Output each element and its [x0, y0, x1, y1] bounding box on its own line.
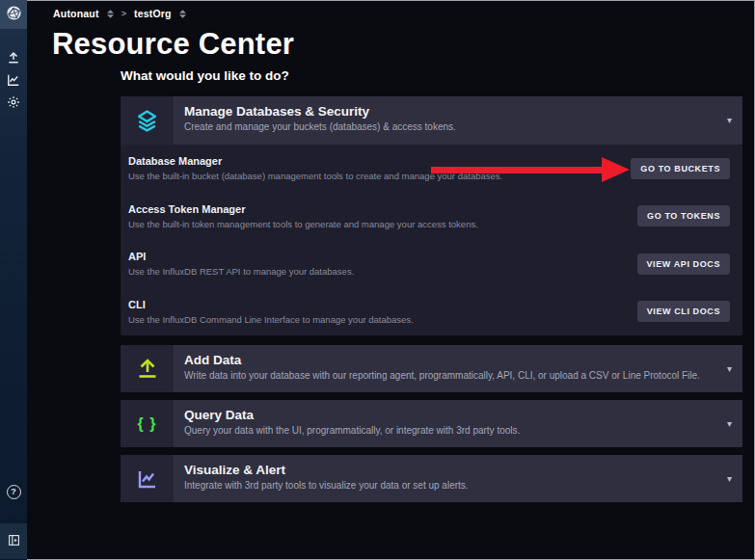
- card-visualize-alert-header[interactable]: Visualize & Alert Integrate with 3rd par…: [121, 455, 742, 502]
- row-title: CLI: [128, 299, 414, 310]
- go-to-tokens-button[interactable]: GO TO TOKENS: [637, 205, 730, 227]
- view-api-docs-button[interactable]: VIEW API DOCS: [637, 253, 730, 275]
- graph-icon: [7, 73, 20, 87]
- expand-sidebar-icon: [8, 533, 20, 550]
- org-switcher-icon[interactable]: [179, 10, 186, 18]
- card-query-data: { } Query Data Query your data with the …: [121, 400, 742, 447]
- influxdata-logo-icon: [6, 5, 22, 25]
- sidebar-logo[interactable]: [0, 0, 27, 29]
- resource-center-page: ? Autonaut > testOrg Resource Center Wh: [0, 0, 755, 560]
- sidebar-item-load-data[interactable]: [0, 47, 27, 68]
- card-title: Query Data: [184, 408, 715, 422]
- breadcrumb-org[interactable]: testOrg: [134, 8, 172, 19]
- view-cli-docs-button[interactable]: VIEW CLI DOCS: [637, 301, 730, 322]
- chevron-down-icon[interactable]: ▾: [727, 417, 732, 428]
- card-description: Write data into your database with our r…: [184, 370, 715, 381]
- sidebar-expand-toggle[interactable]: [0, 523, 27, 559]
- card-description: Create and manage your buckets (database…: [184, 121, 715, 132]
- card-title: Visualize & Alert: [184, 463, 715, 477]
- card-manage-databases-header[interactable]: Manage Databases & Security Create and m…: [121, 96, 742, 145]
- sidebar-item-settings[interactable]: [0, 92, 27, 113]
- page-subtitle: What would you like to do?: [121, 68, 289, 83]
- upload-data-icon: [121, 345, 174, 392]
- card-add-data-header[interactable]: Add Data Write data into your database w…: [121, 345, 742, 392]
- card-visualize-alert: Visualize & Alert Integrate with 3rd par…: [121, 455, 742, 502]
- row-api: API Use the InfluxDB REST API to manage …: [121, 240, 742, 288]
- sidebar-item-data-explorer[interactable]: [0, 69, 27, 91]
- help-icon: ?: [7, 485, 21, 499]
- row-description: Use the built-in token management tools …: [128, 219, 478, 229]
- row-description: Use the InfluxDB REST API to manage your…: [128, 266, 354, 277]
- row-title: Access Token Manager: [128, 203, 478, 215]
- page-title: Resource Center: [52, 27, 294, 62]
- account-switcher-icon[interactable]: [107, 10, 114, 18]
- row-access-token-manager: Access Token Manager Use the built-in to…: [121, 193, 742, 241]
- card-description: Integrate with 3rd party tools to visual…: [184, 480, 715, 491]
- sidebar: ?: [0, 0, 27, 560]
- card-title: Add Data: [184, 353, 715, 367]
- card-add-data: Add Data Write data into your database w…: [121, 345, 742, 392]
- breadcrumb-account[interactable]: Autonaut: [53, 8, 99, 19]
- chevron-down-icon[interactable]: ▾: [727, 472, 732, 483]
- chevron-down-icon[interactable]: ▾: [727, 362, 732, 373]
- braces-icon: { }: [121, 400, 174, 447]
- annotation-arrow: [431, 157, 630, 183]
- upload-icon: [7, 51, 20, 65]
- go-to-buckets-button[interactable]: GO TO BUCKETS: [631, 158, 730, 179]
- card-description: Query your data with the UI, programmati…: [184, 425, 715, 436]
- layers-icon: [121, 96, 174, 145]
- chevron-down-icon[interactable]: ▾: [727, 115, 732, 125]
- row-description: Use the InfluxDB Command Line Interface …: [128, 314, 414, 325]
- breadcrumb: Autonaut > testOrg: [53, 0, 186, 27]
- breadcrumb-separator: >: [121, 9, 126, 18]
- row-cli: CLI Use the InfluxDB Command Line Interf…: [121, 288, 742, 336]
- row-title: API: [128, 251, 354, 262]
- card-manage-databases: Manage Databases & Security Create and m…: [121, 96, 742, 335]
- gear-icon: [7, 95, 20, 109]
- sidebar-item-help[interactable]: ?: [0, 481, 27, 502]
- line-chart-icon: [121, 455, 174, 502]
- card-query-data-header[interactable]: { } Query Data Query your data with the …: [121, 400, 742, 447]
- card-title: Manage Databases & Security: [184, 104, 715, 119]
